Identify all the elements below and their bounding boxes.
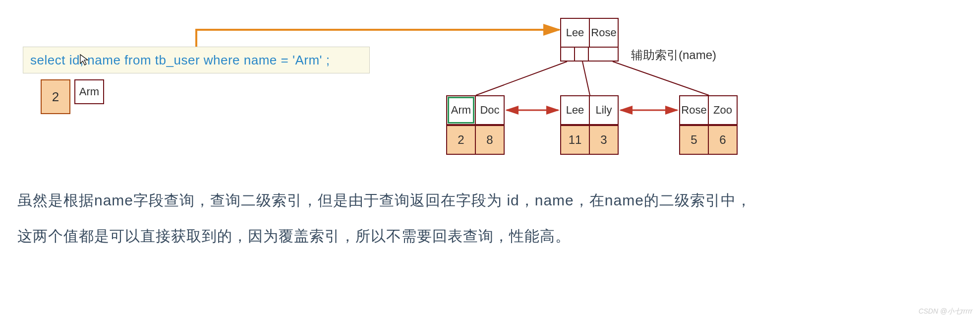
leaf-name-cell: Zoo [708, 95, 738, 125]
leaf-name-cell: Doc [475, 95, 505, 125]
leaf-id-cell: 11 [560, 125, 590, 155]
leaf-name-cell: Lee [560, 95, 590, 125]
description-text: 虽然是根据name字段查询，查询二级索引，但是由于查询返回在字段为 id，nam… [17, 183, 761, 254]
btree-root-pointers [560, 47, 619, 62]
leaf-id-cell: 5 [679, 125, 709, 155]
btree-leaf-node: Lee Lily 11 3 [560, 95, 619, 155]
watermark: CSDN @小七rrrrr [919, 307, 973, 316]
leaf-name-cell: Rose [679, 95, 709, 125]
leaf-id-cell: 8 [475, 125, 505, 155]
btree-leaf-node: Rose Zoo 5 6 [679, 95, 738, 155]
result-name-value: Arm [79, 85, 99, 98]
leaf-id-cell: 3 [589, 125, 619, 155]
root-pointer [560, 47, 575, 62]
result-id-cell: 2 [41, 79, 70, 114]
leaf-id-cell: 6 [708, 125, 738, 155]
result-name-cell: Arm [74, 79, 104, 104]
leaf-id-cell: 2 [446, 125, 476, 155]
btree-leaf-node: Arm Doc 2 8 [446, 95, 505, 155]
svg-line-1 [582, 62, 590, 95]
leaf-name-cell: Lily [589, 95, 619, 125]
root-key-cell: Rose [589, 18, 619, 48]
root-pointer [588, 47, 619, 62]
sql-query-box: select id, name from tb_user where name … [23, 47, 370, 73]
btree-root-node: Lee Rose [560, 18, 619, 48]
sql-query-text: select id, name from tb_user where name … [30, 53, 330, 68]
result-id-value: 2 [52, 89, 59, 105]
svg-line-2 [613, 62, 709, 95]
svg-line-0 [476, 62, 567, 95]
leaf-name-cell: Arm [446, 95, 476, 125]
root-key-cell: Lee [560, 18, 590, 48]
index-label: 辅助索引(name) [631, 47, 716, 63]
root-pointer [574, 47, 589, 62]
